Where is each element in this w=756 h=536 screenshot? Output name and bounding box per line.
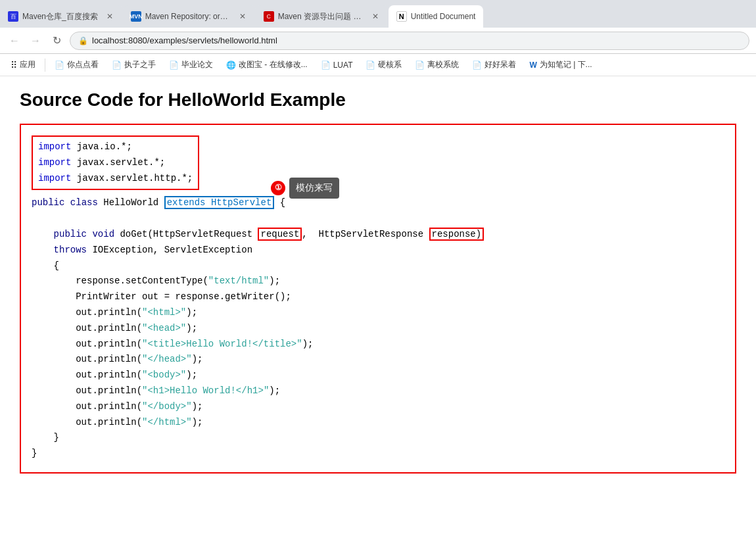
bookmark-weizhi[interactable]: W 为知笔记 | 下... xyxy=(524,57,597,72)
bookmark-zhizishou[interactable]: 📄 执子之手 xyxy=(106,57,161,72)
page-content: Source Code for HelloWorld Example ① 模仿来… xyxy=(0,76,756,487)
tab-label-mvn: Maven Repository: org.springf... xyxy=(145,12,231,21)
bookmark-haohaodaizhe[interactable]: 📄 好好呆着 xyxy=(467,57,521,72)
lock-icon: 🔒 xyxy=(78,36,88,45)
tab-label-csdn: Maven 资源导出问题 博客园_百... xyxy=(278,11,364,22)
bookmark-apps[interactable]: ⠿ 应用 xyxy=(5,57,41,72)
import-block: import java.io.*; import javax.servlet.*… xyxy=(32,135,199,190)
bookmark-bylaw[interactable]: 📄 毕业论文 xyxy=(164,57,218,72)
extends-box: extends HttpServlet xyxy=(164,196,275,209)
request-param-box: request xyxy=(258,228,302,241)
bookmark-lixiao-label: 离校系统 xyxy=(427,59,459,70)
tab-favicon-notion: N xyxy=(396,11,407,22)
bookmark-haohaodaizhe-icon: 📄 xyxy=(472,61,482,70)
back-button[interactable]: ← xyxy=(7,33,22,49)
page-title: Source Code for HelloWorld Example xyxy=(20,89,736,110)
open-brace: { xyxy=(32,258,724,274)
close-inner-brace: } xyxy=(32,430,724,446)
body-line-4: out.println("<head>"); xyxy=(32,321,724,337)
body-line-1: response.setContentType("text/html"); xyxy=(32,274,724,289)
annotation-badge: ① xyxy=(271,181,285,195)
body-line-5: out.println("<title>Hello World!</title>… xyxy=(32,337,724,353)
bookmark-luat[interactable]: 📄 LUAT xyxy=(316,59,358,72)
bookmark-zhizishou-icon: 📄 xyxy=(112,61,122,70)
code-container: ① 模仿来写 import java.io.*; import javax.se… xyxy=(20,124,736,474)
body-line-8: out.println("<h1>Hello World!</h1>"); xyxy=(32,383,724,399)
body-line-7: out.println("<body>"); xyxy=(32,368,724,383)
throws-line: throws IOException, ServletException xyxy=(32,243,724,258)
import-line-1: import java.io.*; xyxy=(38,139,193,155)
tab-close-mvn[interactable]: ✕ xyxy=(237,11,248,22)
bookmark-nidiankan[interactable]: 📄 你点点看 xyxy=(49,57,104,72)
bookmark-yinghe-icon: 📄 xyxy=(366,61,375,70)
bookmark-gaitu[interactable]: 🌐 改图宝 - 在线修改... xyxy=(221,57,313,72)
bookmark-weizhi-label: 为知笔记 | 下... xyxy=(540,59,592,70)
bookmark-bylaw-icon: 📄 xyxy=(169,61,179,70)
bookmark-nidiankan-icon: 📄 xyxy=(55,61,64,70)
tab-maven-baidu[interactable]: 百 Maven仓库_百度搜索 ✕ xyxy=(0,5,123,28)
tab-csdn[interactable]: C Maven 资源导出问题 博客园_百... ✕ xyxy=(256,5,389,28)
tab-favicon-mvn: MVN xyxy=(131,11,141,22)
forward-button[interactable]: → xyxy=(28,33,43,49)
bookmark-haohaodaizhe-label: 好好呆着 xyxy=(484,59,516,70)
bookmark-weizhi-icon: W xyxy=(529,61,536,70)
address-bar-row: ← → ↻ 🔒 localhost:8080/examples/servlets… xyxy=(0,28,756,54)
tab-favicon-csdn: C xyxy=(264,11,274,22)
tab-bar: 百 Maven仓库_百度搜索 ✕ MVN Maven Repository: o… xyxy=(0,0,756,28)
tab-label-baidu: Maven仓库_百度搜索 xyxy=(22,11,98,22)
apps-icon: ⠿ xyxy=(11,60,17,70)
bookmark-divider-1 xyxy=(45,59,45,72)
tab-untitled[interactable]: N Untitled Document xyxy=(389,5,484,28)
bookmark-zhizishou-label: 执子之手 xyxy=(124,59,156,70)
annotation-wrapper: ① 模仿来写 xyxy=(271,178,339,199)
body-line-6: out.println("</head>"); xyxy=(32,352,724,368)
bookmark-lixiao-icon: 📄 xyxy=(415,61,425,70)
bookmark-luat-label: LUAT xyxy=(333,61,353,70)
tab-close-baidu[interactable]: ✕ xyxy=(105,11,115,22)
bookmark-gaitu-label: 改图宝 - 在线修改... xyxy=(239,59,308,70)
tab-close-csdn[interactable]: ✕ xyxy=(370,11,381,22)
body-line-3: out.println("<html>"); xyxy=(32,305,724,321)
import-line-3: import javax.servlet.http.*; xyxy=(38,171,193,187)
bookmark-gaitu-icon: 🌐 xyxy=(226,61,236,70)
refresh-button[interactable]: ↻ xyxy=(49,33,64,49)
bookmark-yinghe[interactable]: 📄 硬核系 xyxy=(360,57,407,72)
close-outer-brace: } xyxy=(32,446,724,462)
import-line-2: import javax.servlet.*; xyxy=(38,155,193,171)
address-input[interactable]: 🔒 localhost:8080/examples/servlets/hello… xyxy=(70,32,749,50)
tab-label-untitled: Untitled Document xyxy=(411,12,476,21)
address-text: localhost:8080/examples/servlets/hellowo… xyxy=(92,36,277,45)
response-param-box: response) xyxy=(429,228,484,241)
tab-maven-repo[interactable]: MVN Maven Repository: org.springf... ✕ xyxy=(123,5,256,28)
body-line-9: out.println("</body>"); xyxy=(32,399,724,415)
tab-favicon-baidu: 百 xyxy=(8,11,18,22)
body-line-2: PrintWriter out = response.getWriter(); xyxy=(32,289,724,305)
bookmark-bylaw-label: 毕业论文 xyxy=(181,59,213,70)
bookmark-luat-icon: 📄 xyxy=(321,61,331,70)
browser-chrome: 百 Maven仓库_百度搜索 ✕ MVN Maven Repository: o… xyxy=(0,0,756,76)
body-line-10: out.println("</html>"); xyxy=(32,415,724,431)
bookmark-nidiankan-label: 你点点看 xyxy=(67,59,99,70)
bookmarks-bar: ⠿ 应用 📄 你点点看 📄 执子之手 📄 毕业论文 🌐 改图宝 - 在线修改..… xyxy=(0,54,756,76)
annotation-text: 模仿来写 xyxy=(289,178,339,199)
method-line: public void doGet(HttpServletRequest req… xyxy=(32,227,724,243)
class-line: public class HelloWorld extends HttpServ… xyxy=(32,195,724,211)
bookmark-apps-label: 应用 xyxy=(20,59,35,70)
bookmark-yinghe-label: 硬核系 xyxy=(378,59,402,70)
bookmark-lixiao[interactable]: 📄 离校系统 xyxy=(410,57,464,72)
